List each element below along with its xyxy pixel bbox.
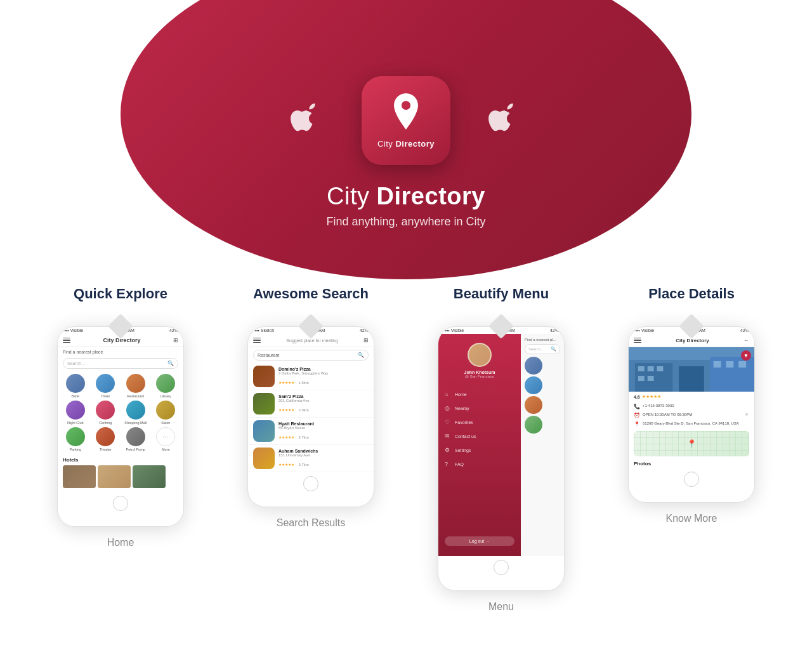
menu-category-circles xyxy=(525,357,560,434)
detail-address: 51200 Geary Blvd Ste D, San Francisco, C… xyxy=(643,421,739,426)
cat-shopping[interactable]: Shopping Mall xyxy=(122,401,150,425)
cat-hotel[interactable]: Hotel xyxy=(92,374,120,398)
result-item-1[interactable]: Sam'z Pizza 201 California Ave ★★★★★ 2.0… xyxy=(248,390,374,418)
settings-menu-icon: ⚙ xyxy=(445,447,451,453)
cat-library[interactable]: Library xyxy=(152,374,180,398)
cat-parking[interactable]: Parking xyxy=(62,427,89,451)
result-name-1: Sam'z Pizza xyxy=(278,394,369,399)
menu-item-home-label: Home xyxy=(455,392,467,397)
menu-left-panel: John Khotsum @ San Francisco ⌂ Home ◎ Ne… xyxy=(438,334,521,556)
cat-circle-parking xyxy=(66,427,85,446)
search-bar[interactable]: Restaurant 🔍 xyxy=(253,350,369,361)
cat-label-petrol: Petrol Pump xyxy=(126,448,145,451)
result-item-0[interactable]: Domino'z Pizza 3 Delta Park, Smugglers W… xyxy=(248,363,374,390)
cat-nightclub[interactable]: Night Club xyxy=(62,401,89,425)
menu-item-faq[interactable]: ? FAQ xyxy=(438,457,521,471)
phone-icon: 📞 xyxy=(634,404,640,409)
hotel-thumb-1 xyxy=(63,465,96,488)
cat-label-theater: Theater xyxy=(100,448,112,451)
feature-beautify-menu: Beautify Menu •••• Visible 9:41 AM 42% J… xyxy=(412,286,590,613)
feature-place-details: Place Details •••• Visible 9:41 AM 42% C… xyxy=(603,286,780,613)
detail-stars: ★★★★★ xyxy=(642,394,661,399)
menu-user-name: John Khotsum xyxy=(464,370,495,375)
favorite-button[interactable]: ♥ xyxy=(741,350,751,361)
detail-header-title: City Directory xyxy=(676,338,709,343)
svg-rect-7 xyxy=(657,366,664,371)
feature-awesome-search: Awesome Search •••• Sketch 9:41 AM 42% S… xyxy=(222,286,400,613)
location-icon: 📍 xyxy=(634,421,640,427)
detail-hours: OPEN 10:00AM TO 09:30PM xyxy=(643,412,692,417)
cat-clothing[interactable]: Clothing xyxy=(92,401,120,425)
svg-rect-3 xyxy=(679,366,704,392)
cat-circle-nightclub xyxy=(66,401,85,420)
menu-screen: John Khotsum @ San Francisco ⌂ Home ◎ Ne… xyxy=(438,334,564,556)
phone-home-button-area-4 xyxy=(629,468,754,489)
cat-label-more: More xyxy=(162,448,170,451)
cat-circle-library xyxy=(156,374,175,393)
home-button-4[interactable] xyxy=(684,472,699,487)
feature-title-place-details: Place Details xyxy=(648,286,735,302)
cat-restaurant[interactable]: Restaurant xyxy=(122,374,150,398)
menu-user-location: @ San Francisco xyxy=(465,375,494,378)
hamburger-icon xyxy=(63,338,70,343)
cat-bank[interactable]: Bank xyxy=(62,374,89,398)
hero-text: City Directory Find anything, anywhere i… xyxy=(326,171,485,229)
menu-search-bar[interactable]: Search... 🔍 xyxy=(525,344,560,354)
cat-theater[interactable]: Theater xyxy=(92,427,120,451)
contact-menu-icon: ✉ xyxy=(445,433,451,439)
feature-title-awesome-search: Awesome Search xyxy=(253,286,369,302)
result-info-1: Sam'z Pizza 201 California Ave ★★★★★ 2.0… xyxy=(278,394,369,414)
detail-hamburger-icon xyxy=(634,338,641,343)
apple-icon-left xyxy=(291,99,324,142)
home-button-3[interactable] xyxy=(494,560,509,575)
menu-find-text: Find a nearest pl... xyxy=(525,338,560,342)
cat-label-library: Library xyxy=(160,394,171,398)
result-stars-3: ★★★★★ xyxy=(278,463,294,467)
home-button-2[interactable] xyxy=(303,476,318,491)
menu-item-nearby[interactable]: ◎ Nearby xyxy=(438,401,521,415)
cat-circle-clothing xyxy=(96,401,115,420)
phone-frame-search: •••• Sketch 9:41 AM 42% Suggest place fo… xyxy=(247,326,374,507)
detail-phone-row: 📞 +1-415-3873-3030 xyxy=(629,402,754,411)
home-find-text: Find a nearest place xyxy=(58,347,183,356)
home-header-title: City Directory xyxy=(103,337,140,343)
result-dist-3: 3.7km xyxy=(298,463,308,467)
result-dist-0: 1.5km xyxy=(298,381,308,385)
hotel-thumbnails xyxy=(58,464,183,492)
menu-logout-button[interactable]: Log out → xyxy=(445,536,514,546)
cat-label-restaurant: Restaurant xyxy=(127,394,144,398)
faq-menu-icon: ? xyxy=(445,461,451,467)
cat-label-nightclub: Night Club xyxy=(67,421,84,425)
cat-more[interactable]: ⋯ More xyxy=(152,427,180,451)
menu-item-contact[interactable]: ✉ Contact us xyxy=(438,429,521,443)
detail-phone-number: +1-415-3873-3030 xyxy=(643,403,674,408)
menu-item-settings[interactable]: ⚙ Settings xyxy=(438,443,521,457)
detail-map: 📍 xyxy=(634,431,749,456)
search-header-placeholder: Suggest place for meeting xyxy=(286,338,337,343)
search-icon-menu: 🔍 xyxy=(551,347,556,352)
detail-rating-row: 4.6 ★★★★★ xyxy=(629,392,754,402)
result-thumb-3 xyxy=(253,448,275,469)
home-search-bar[interactable]: Search... 🔍 xyxy=(63,358,178,369)
search-text: Search... xyxy=(67,361,165,366)
hero-subtitle: Find anything, anywhere in City xyxy=(326,215,485,229)
result-info-3: Auham Sandwichs 151 University Ave ★★★★★… xyxy=(278,449,369,468)
cat-salon[interactable]: Salon xyxy=(152,401,180,425)
menu-item-favorites-label: Favorites xyxy=(455,420,473,425)
search-results-list: Domino'z Pizza 3 Delta Park, Smugglers W… xyxy=(248,363,374,472)
cat-circle-restaurant xyxy=(126,374,145,393)
cat-petrol[interactable]: Petrol Pump xyxy=(122,427,150,451)
menu-item-favorites[interactable]: ♡ Favorites xyxy=(438,415,521,429)
home-button[interactable] xyxy=(113,496,128,511)
expand-icon[interactable]: ▼ xyxy=(744,412,749,418)
result-thumb-1 xyxy=(253,393,275,415)
cat-label-salon: Salon xyxy=(161,421,170,425)
menu-item-home[interactable]: ⌂ Home xyxy=(438,387,521,401)
back-arrow-icon[interactable]: ← xyxy=(743,337,749,343)
menu-items-list: ⌂ Home ◎ Nearby ♡ Favorites ✉ xyxy=(438,385,521,474)
hotel-thumb-2 xyxy=(98,465,131,488)
result-item-2[interactable]: Hyatt Restaurant 55 Bryan Street ★★★★★ 2… xyxy=(248,418,374,445)
app-icon-pin xyxy=(389,93,423,136)
result-item-3[interactable]: Auham Sandwichs 151 University Ave ★★★★★… xyxy=(248,445,374,472)
hero-title: City Directory xyxy=(327,183,485,210)
